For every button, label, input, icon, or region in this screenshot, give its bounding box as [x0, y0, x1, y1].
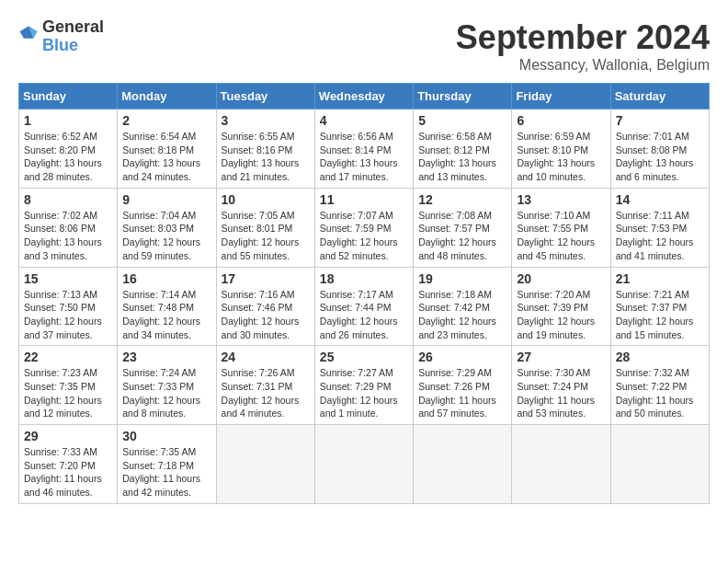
logo-blue: Blue — [42, 37, 104, 55]
calendar-cell: 21Sunrise: 7:21 AM Sunset: 7:37 PM Dayli… — [610, 267, 709, 346]
day-number: 6 — [517, 113, 605, 128]
calendar-cell: 14Sunrise: 7:11 AM Sunset: 7:53 PM Dayli… — [610, 188, 709, 267]
day-info: Sunrise: 7:05 AM Sunset: 8:01 PM Dayligh… — [222, 209, 310, 263]
day-number: 30 — [122, 429, 210, 443]
calendar-cell: 25Sunrise: 7:27 AM Sunset: 7:29 PM Dayli… — [314, 346, 413, 425]
calendar-cell: 28Sunrise: 7:32 AM Sunset: 7:22 PM Dayli… — [610, 346, 709, 425]
calendar-cell: 22Sunrise: 7:23 AM Sunset: 7:35 PM Dayli… — [19, 346, 118, 425]
month-title: September 2024 — [456, 18, 710, 57]
day-number: 21 — [616, 271, 704, 286]
day-info: Sunrise: 7:11 AM Sunset: 7:53 PM Dayligh… — [616, 209, 704, 263]
day-number: 23 — [122, 350, 210, 364]
calendar-cell — [512, 425, 610, 504]
calendar-cell: 17Sunrise: 7:16 AM Sunset: 7:46 PM Dayli… — [216, 267, 314, 346]
day-info: Sunrise: 7:17 AM Sunset: 7:44 PM Dayligh… — [320, 288, 408, 342]
header: General Blue September 2024 Messancy, Wa… — [18, 18, 710, 74]
calendar-cell: 8Sunrise: 7:02 AM Sunset: 8:06 PM Daylig… — [19, 188, 118, 267]
header-tuesday: Tuesday — [216, 84, 314, 109]
day-info: Sunrise: 7:01 AM Sunset: 8:08 PM Dayligh… — [616, 130, 704, 184]
day-info: Sunrise: 7:21 AM Sunset: 7:37 PM Dayligh… — [616, 288, 704, 342]
week-row-4: 22Sunrise: 7:23 AM Sunset: 7:35 PM Dayli… — [19, 346, 710, 425]
calendar-cell: 18Sunrise: 7:17 AM Sunset: 7:44 PM Dayli… — [314, 267, 413, 346]
day-number: 4 — [320, 113, 408, 128]
day-info: Sunrise: 7:30 AM Sunset: 7:24 PM Dayligh… — [517, 366, 605, 420]
day-info: Sunrise: 7:04 AM Sunset: 8:03 PM Dayligh… — [122, 209, 210, 263]
title-area: September 2024 Messancy, Wallonia, Belgi… — [456, 18, 710, 74]
day-number: 10 — [222, 192, 310, 207]
week-row-5: 29Sunrise: 7:33 AM Sunset: 7:20 PM Dayli… — [19, 425, 710, 504]
calendar-cell: 16Sunrise: 7:14 AM Sunset: 7:48 PM Dayli… — [118, 267, 216, 346]
header-saturday: Saturday — [610, 84, 709, 109]
day-info: Sunrise: 7:20 AM Sunset: 7:39 PM Dayligh… — [517, 288, 605, 342]
day-info: Sunrise: 6:54 AM Sunset: 8:18 PM Dayligh… — [122, 130, 210, 184]
calendar-cell: 29Sunrise: 7:33 AM Sunset: 7:20 PM Dayli… — [19, 425, 118, 504]
calendar-cell: 30Sunrise: 7:35 AM Sunset: 7:18 PM Dayli… — [118, 425, 216, 504]
calendar-cell — [216, 425, 314, 504]
day-number: 5 — [418, 113, 506, 128]
day-number: 13 — [517, 192, 605, 207]
day-number: 15 — [24, 271, 112, 286]
day-number: 7 — [616, 113, 704, 128]
calendar-cell: 5Sunrise: 6:58 AM Sunset: 8:12 PM Daylig… — [414, 109, 512, 189]
day-number: 2 — [122, 113, 210, 128]
day-info: Sunrise: 7:29 AM Sunset: 7:26 PM Dayligh… — [418, 366, 506, 420]
day-number: 20 — [517, 271, 605, 286]
day-info: Sunrise: 7:24 AM Sunset: 7:33 PM Dayligh… — [122, 366, 210, 420]
calendar-cell: 7Sunrise: 7:01 AM Sunset: 8:08 PM Daylig… — [610, 109, 709, 189]
day-number: 12 — [418, 192, 506, 207]
day-number: 9 — [122, 192, 210, 207]
week-row-3: 15Sunrise: 7:13 AM Sunset: 7:50 PM Dayli… — [19, 267, 710, 346]
day-info: Sunrise: 7:26 AM Sunset: 7:31 PM Dayligh… — [222, 366, 310, 420]
day-info: Sunrise: 7:32 AM Sunset: 7:22 PM Dayligh… — [616, 366, 704, 420]
day-info: Sunrise: 7:18 AM Sunset: 7:42 PM Dayligh… — [418, 288, 506, 342]
day-number: 11 — [320, 192, 408, 207]
calendar-cell: 15Sunrise: 7:13 AM Sunset: 7:50 PM Dayli… — [19, 267, 118, 346]
calendar-cell: 27Sunrise: 7:30 AM Sunset: 7:24 PM Dayli… — [512, 346, 610, 425]
calendar-cell: 12Sunrise: 7:08 AM Sunset: 7:57 PM Dayli… — [414, 188, 512, 267]
day-number: 27 — [517, 350, 605, 364]
header-wednesday: Wednesday — [314, 84, 413, 109]
day-info: Sunrise: 6:56 AM Sunset: 8:14 PM Dayligh… — [320, 130, 408, 184]
day-number: 14 — [616, 192, 704, 207]
calendar-cell: 6Sunrise: 6:59 AM Sunset: 8:10 PM Daylig… — [512, 109, 610, 189]
week-row-2: 8Sunrise: 7:02 AM Sunset: 8:06 PM Daylig… — [19, 188, 710, 267]
calendar-header-row: SundayMondayTuesdayWednesdayThursdayFrid… — [19, 84, 710, 109]
week-row-1: 1Sunrise: 6:52 AM Sunset: 8:20 PM Daylig… — [19, 109, 710, 189]
calendar-cell: 20Sunrise: 7:20 AM Sunset: 7:39 PM Dayli… — [512, 267, 610, 346]
logo: General Blue — [18, 18, 104, 55]
day-info: Sunrise: 7:07 AM Sunset: 7:59 PM Dayligh… — [320, 209, 408, 263]
logo-general: General — [42, 18, 104, 37]
calendar-cell — [610, 425, 709, 504]
header-friday: Friday — [512, 84, 610, 109]
day-info: Sunrise: 7:33 AM Sunset: 7:20 PM Dayligh… — [24, 445, 112, 500]
day-number: 28 — [616, 350, 704, 364]
calendar-cell: 13Sunrise: 7:10 AM Sunset: 7:55 PM Dayli… — [512, 188, 610, 267]
calendar-cell: 23Sunrise: 7:24 AM Sunset: 7:33 PM Dayli… — [118, 346, 216, 425]
calendar-cell — [314, 425, 413, 504]
subtitle: Messancy, Wallonia, Belgium — [456, 57, 710, 74]
calendar-cell: 24Sunrise: 7:26 AM Sunset: 7:31 PM Dayli… — [216, 346, 314, 425]
header-monday: Monday — [118, 84, 216, 109]
calendar-cell: 26Sunrise: 7:29 AM Sunset: 7:26 PM Dayli… — [414, 346, 512, 425]
day-number: 26 — [418, 350, 506, 364]
day-number: 17 — [222, 271, 310, 286]
day-number: 24 — [222, 350, 310, 364]
calendar-cell: 9Sunrise: 7:04 AM Sunset: 8:03 PM Daylig… — [118, 188, 216, 267]
day-info: Sunrise: 7:14 AM Sunset: 7:48 PM Dayligh… — [122, 288, 210, 342]
day-info: Sunrise: 7:02 AM Sunset: 8:06 PM Dayligh… — [24, 209, 112, 263]
calendar-cell: 4Sunrise: 6:56 AM Sunset: 8:14 PM Daylig… — [314, 109, 413, 189]
day-number: 18 — [320, 271, 408, 286]
day-info: Sunrise: 6:55 AM Sunset: 8:16 PM Dayligh… — [222, 130, 310, 184]
day-info: Sunrise: 7:23 AM Sunset: 7:35 PM Dayligh… — [24, 366, 112, 420]
calendar-cell: 10Sunrise: 7:05 AM Sunset: 8:01 PM Dayli… — [216, 188, 314, 267]
day-info: Sunrise: 6:52 AM Sunset: 8:20 PM Dayligh… — [24, 130, 112, 184]
day-number: 1 — [24, 113, 112, 128]
header-sunday: Sunday — [19, 84, 118, 109]
day-info: Sunrise: 6:59 AM Sunset: 8:10 PM Dayligh… — [517, 130, 605, 184]
day-number: 19 — [418, 271, 506, 286]
day-info: Sunrise: 7:35 AM Sunset: 7:18 PM Dayligh… — [122, 445, 210, 500]
day-number: 8 — [24, 192, 112, 207]
day-number: 25 — [320, 350, 408, 364]
calendar-cell: 11Sunrise: 7:07 AM Sunset: 7:59 PM Dayli… — [314, 188, 413, 267]
day-number: 16 — [122, 271, 210, 286]
